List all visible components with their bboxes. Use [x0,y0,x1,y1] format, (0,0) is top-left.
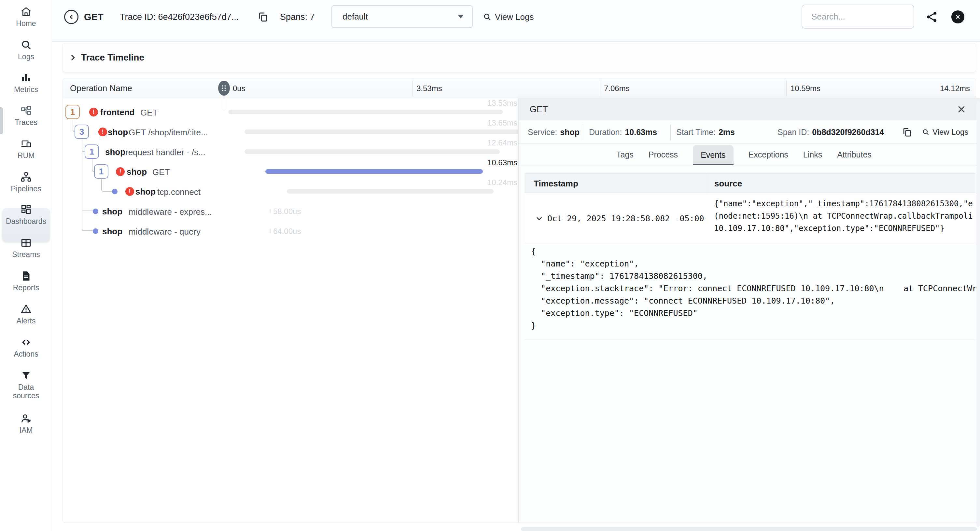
span-service: frontend [100,107,134,117]
sidebar-item-home[interactable]: Home [0,6,52,28]
span-duration-label: 64.00us [273,227,301,236]
sidebar-item-reports[interactable]: Reports [0,270,52,292]
view-logs-label: View Logs [495,12,534,22]
sidebar-item-label: RUM [0,151,52,160]
sidebar-item-actions[interactable]: Actions [0,336,52,358]
service-field: Service:shop [528,120,579,144]
home-icon [20,6,32,17]
sidebar-item-streams[interactable]: Streams [0,237,52,259]
sidebar-item-alerts[interactable]: Alerts [0,303,52,325]
tab-tags[interactable]: Tags [616,150,633,159]
sidebar-item-label: Traces [0,118,52,127]
span-bar[interactable] [245,149,500,154]
trace-id-label: Trace ID: 6e426f023e6f57d7... [120,10,239,24]
sidebar-item-logs[interactable]: Logs [0,39,52,61]
search-input[interactable] [802,5,913,28]
span-bar[interactable] [245,130,520,134]
sidebar-item-traces[interactable]: Traces [0,105,52,127]
share-button[interactable] [925,10,938,24]
error-icon: ! [125,187,134,196]
leaf-dot-icon [93,228,98,234]
event-row-bottom-border [525,339,975,339]
trace-details-page: Home Logs Metrics Traces RUM Pipelines D… [0,0,980,531]
tab-attributes[interactable]: Attributes [837,150,872,159]
sidebar-item-label: Streams [0,250,52,259]
sidebar-item-rum[interactable]: RUM [0,138,52,160]
tab-links[interactable]: Links [803,150,822,159]
span-duration-label: 10.24ms [439,178,517,187]
event-timestamp: Oct 29, 2025 19:28:58.082 -05:00 [547,193,704,244]
sidebar-item-data-sources[interactable]: Data sources [0,369,52,400]
span-operation: request handler - /s... [125,147,205,157]
search-icon [922,128,929,136]
tab-exceptions[interactable]: Exceptions [749,150,788,159]
span-bar[interactable] [287,189,493,193]
sidebar-item-iam[interactable]: IAM [0,412,52,434]
view-logs-button[interactable]: View Logs [482,9,534,25]
collapse-count-badge[interactable]: 1 [94,164,108,179]
sidebar-item-label: Logs [0,52,52,61]
column-header-timestamp: Timestamp [534,174,578,193]
span-id-field: Span ID:0b8d320f9260d314 [778,120,884,144]
sidebar-item-dashboards[interactable]: Dashboards [0,204,52,225]
hierarchy-icon [20,171,32,183]
span-operation: middleware - expres... [129,207,212,217]
back-button[interactable] [64,10,78,24]
time-tick: 3.53ms [417,78,442,98]
leaf-dot-icon [93,209,98,214]
collapse-count-badge[interactable]: 3 [75,125,89,139]
sidebar-item-metrics[interactable]: Metrics [0,72,52,94]
trace-nodes-icon [20,105,32,116]
column-header-source: source [714,174,742,193]
sidebar-item-label: Dashboards [0,217,52,225]
duration-field: Duration:10.63ms [589,120,657,144]
close-icon [955,14,961,20]
collapse-count-badge[interactable]: 1 [65,105,80,119]
span-operation: GET [153,167,170,177]
span-duration-label: 12.64ms [439,139,517,147]
timeline-drag-handle[interactable] [218,81,230,96]
panel-title-bar: GET [519,98,980,120]
span-bar[interactable] [270,229,271,233]
warning-triangle-icon [20,303,32,315]
stream-select[interactable]: default [331,5,473,28]
sidebar-item-label: Pipelines [0,184,52,193]
field-divider [583,124,583,140]
chevron-down-icon[interactable] [535,214,543,223]
span-bar[interactable] [270,209,271,214]
collapse-count-badge[interactable]: 1 [85,144,99,159]
start-time-field: Start Time:2ms [676,120,735,144]
code-brackets-icon [20,336,32,348]
table-icon [20,237,32,249]
panel-view-logs-button[interactable]: View Logs [922,124,968,140]
horizontal-scrollbar[interactable] [521,527,977,531]
panel-close-button[interactable] [956,104,967,115]
sidebar-item-pipelines[interactable]: Pipelines [0,171,52,193]
span-duration-label: 10.63ms [439,159,517,167]
tabs-bottom-border [519,165,980,165]
span-operation: tcp.connect [157,187,200,197]
time-tick: 14.12ms [940,78,970,98]
vertical-scrollbar[interactable] [977,101,980,527]
span-bar[interactable] [228,109,503,114]
search-icon [20,39,32,51]
sidebar-item-label: IAM [0,426,52,434]
span-service: shop [102,207,123,216]
user-gear-icon [20,412,32,424]
waterfall-header-row: Operation Name 0us 3.53ms 7.06ms 10.59ms… [63,78,976,98]
span-service: shop [127,167,147,177]
chevron-left-icon [68,13,75,21]
span-bar-selected[interactable] [265,169,483,174]
span-duration-label: 13.65ms [439,119,517,127]
span-detail-panel: GET Service:shop Duration:10.63ms Start … [518,98,980,523]
grip-dots-icon [222,85,226,91]
tab-events[interactable]: Events [693,145,733,165]
close-trace-button[interactable] [951,10,964,24]
trace-timeline-section[interactable]: Trace Timeline [62,43,976,72]
sidebar-item-label: Alerts [0,317,52,325]
copy-span-id-button[interactable] [902,127,913,138]
sidebar: Home Logs Metrics Traces RUM Pipelines D… [0,0,52,531]
tab-process[interactable]: Process [649,150,678,159]
event-table-row[interactable]: Oct 29, 2025 19:28:58.082 -05:00 {"name"… [525,193,975,244]
copy-trace-id-button[interactable] [257,11,269,23]
